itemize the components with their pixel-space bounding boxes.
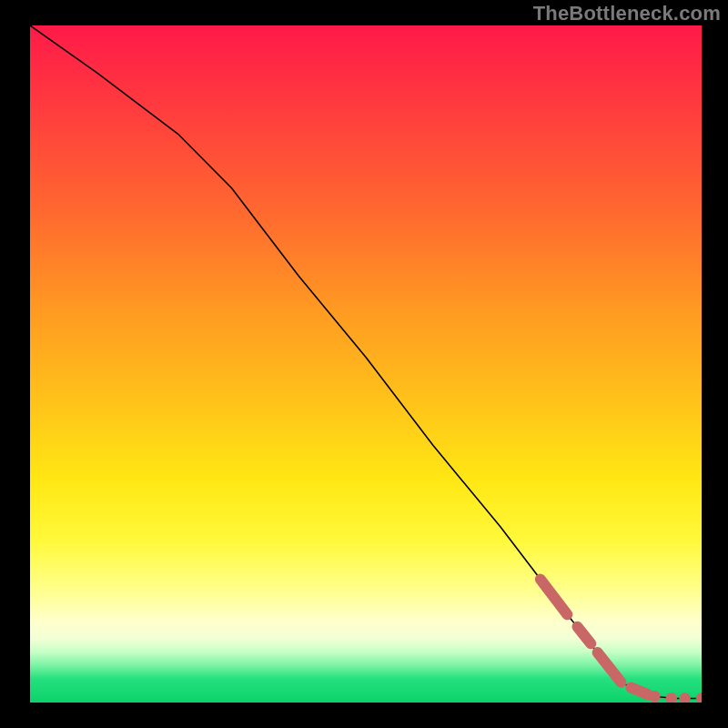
chart-frame: TheBottleneck.com [0,0,728,728]
highlight-segment [632,688,648,694]
highlight-point [666,693,678,703]
chart-svg [30,25,702,703]
highlight-segments [541,580,648,694]
highlight-point [679,693,691,703]
plot-area [30,25,702,703]
highlight-segment [577,627,591,644]
highlight-segment [541,580,568,615]
bottleneck-curve [30,25,702,699]
highlight-point [649,691,661,703]
highlight-points [649,691,702,703]
highlight-segment [598,652,622,682]
watermark-text: TheBottleneck.com [533,2,721,25]
highlight-point [696,693,702,703]
